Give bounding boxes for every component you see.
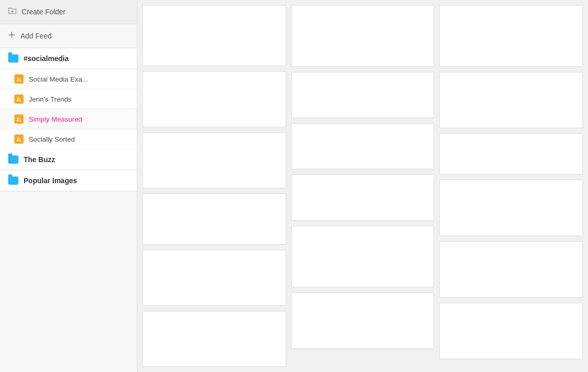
card[interactable] bbox=[439, 180, 583, 236]
feed-label: Social Media Exa... bbox=[29, 75, 88, 83]
content-column-2 bbox=[291, 5, 435, 367]
feed-label: Socially Sorted bbox=[29, 135, 75, 143]
folder-plus-icon bbox=[8, 7, 16, 16]
svg-point-5 bbox=[17, 100, 18, 102]
card[interactable] bbox=[439, 72, 583, 128]
sidebar: Create Folder Add Feed #socialmedia Soci… bbox=[0, 0, 137, 372]
card[interactable] bbox=[143, 5, 286, 66]
sidebar-folder-the-buzz[interactable]: The Buzz bbox=[0, 149, 137, 170]
folder-label: #socialmedia bbox=[24, 54, 69, 63]
card[interactable] bbox=[291, 5, 435, 67]
add-feed-button[interactable]: Add Feed bbox=[0, 24, 137, 48]
card[interactable] bbox=[143, 250, 286, 306]
folder-label: The Buzz bbox=[24, 155, 55, 164]
sidebar-feed-socially-sorted[interactable]: Socially Sorted bbox=[0, 129, 137, 149]
sidebar-folder-popular-images[interactable]: Popular Images bbox=[0, 170, 137, 191]
sidebar-feed-jenns-trends[interactable]: Jenn's Trends bbox=[0, 89, 137, 109]
add-feed-label: Add Feed bbox=[21, 32, 52, 40]
main-content bbox=[137, 0, 588, 372]
card[interactable] bbox=[291, 174, 435, 221]
rss-icon bbox=[14, 114, 24, 124]
plus-icon bbox=[8, 31, 15, 41]
card[interactable] bbox=[439, 133, 583, 174]
content-column-1 bbox=[143, 5, 286, 367]
card[interactable] bbox=[143, 311, 286, 367]
card[interactable] bbox=[291, 123, 435, 169]
create-folder-label: Create Folder bbox=[22, 8, 66, 16]
card[interactable] bbox=[291, 226, 435, 287]
feed-label: Jenn's Trends bbox=[29, 95, 72, 103]
card[interactable] bbox=[291, 292, 435, 349]
rss-icon bbox=[14, 134, 24, 144]
sidebar-folder-socialmedia[interactable]: #socialmedia bbox=[0, 48, 137, 69]
rss-icon bbox=[14, 94, 24, 104]
folder-icon bbox=[8, 54, 18, 63]
folder-label: Popular Images bbox=[24, 177, 77, 185]
svg-point-6 bbox=[17, 120, 18, 122]
feed-label: Simply Measured bbox=[29, 115, 82, 123]
card[interactable] bbox=[439, 5, 583, 67]
svg-point-7 bbox=[17, 140, 18, 142]
card[interactable] bbox=[439, 303, 583, 359]
folder-icon bbox=[8, 177, 18, 185]
sidebar-feed-simply-measured[interactable]: Simply Measured bbox=[0, 109, 137, 129]
folder-icon bbox=[8, 155, 18, 164]
svg-point-4 bbox=[17, 80, 18, 82]
card[interactable] bbox=[291, 72, 435, 118]
create-folder-button[interactable]: Create Folder bbox=[0, 0, 137, 24]
content-column-3 bbox=[439, 5, 583, 367]
card[interactable] bbox=[143, 193, 286, 244]
rss-icon bbox=[14, 74, 24, 84]
card[interactable] bbox=[439, 241, 583, 298]
card[interactable] bbox=[143, 132, 286, 188]
sidebar-feed-social-media-exa[interactable]: Social Media Exa... bbox=[0, 69, 137, 89]
card[interactable] bbox=[143, 71, 286, 127]
